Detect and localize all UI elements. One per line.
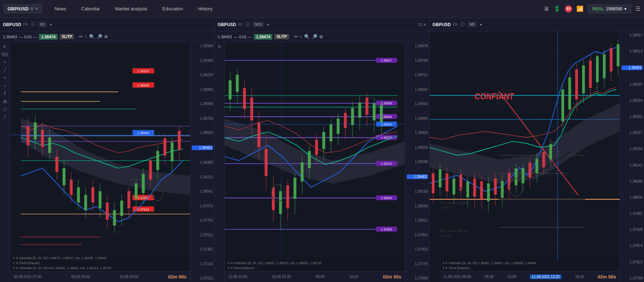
symbol-badge[interactable]: GBP/USD ⊡ ✕ bbox=[4, 4, 42, 13]
nav-market-analysis[interactable]: Market analysis bbox=[108, 3, 155, 14]
chart1-sltp-button[interactable]: SL/TP bbox=[60, 34, 74, 39]
pt2-3: 1.38721 bbox=[407, 73, 428, 77]
account-button[interactable]: REAL 1988590 ▾ bbox=[588, 5, 631, 13]
hamburger-icon[interactable]: ☰ bbox=[635, 5, 640, 12]
svg-text:TP2 - plat de SSB H4: TP2 - plat de SSB H4 bbox=[440, 229, 467, 233]
svg-text:TP1 - niveau 1.38000: TP1 - niveau 1.38000 bbox=[440, 201, 467, 205]
chart1-pen-icon[interactable]: ✏ bbox=[79, 34, 83, 39]
svg-rect-33 bbox=[34, 122, 36, 139]
chart1-ind2: ≡ ✕ Pivot [Classic] ... bbox=[13, 261, 187, 266]
chart1-zoom-out-icon[interactable]: 🔍 bbox=[89, 34, 95, 39]
symbol-icon-1[interactable]: ⊡ bbox=[30, 7, 33, 11]
chart1-body: ⊪ f(x) + ╱ ↖ ○ T ⊞ ⬡ ⤴ bbox=[0, 42, 214, 282]
svg-rect-129 bbox=[286, 185, 289, 208]
chart2-crosshair-icon[interactable]: ⊕ bbox=[319, 34, 323, 39]
lt1-arrow-icon[interactable]: ↖ bbox=[3, 75, 7, 80]
svg-text:1.38817: 1.38817 bbox=[381, 59, 392, 62]
svg-rect-153 bbox=[373, 103, 376, 120]
chart3-expand-icon[interactable]: ▾ bbox=[479, 21, 483, 28]
chart2-zoom-out-icon[interactable]: 🔍 bbox=[304, 34, 310, 39]
chart2-bars-icon[interactable]: ⫶ bbox=[300, 34, 302, 39]
lt1-measure-icon[interactable]: ⊞ bbox=[3, 99, 7, 104]
chart1-info-icon[interactable]: ⓘ bbox=[30, 21, 36, 28]
pt2-14: 1.37853 bbox=[407, 247, 428, 251]
svg-rect-221 bbox=[575, 69, 578, 99]
chart2-entry-price: 1.38474 bbox=[254, 34, 273, 40]
svg-rect-184 bbox=[445, 173, 448, 191]
chart1-interval[interactable]: H1 bbox=[38, 22, 47, 27]
svg-rect-131 bbox=[294, 178, 297, 199]
chart1-zoom-in-icon[interactable]: 🔎 bbox=[97, 34, 102, 39]
svg-rect-213 bbox=[542, 152, 545, 167]
lt1-share-icon[interactable]: ⤴ bbox=[4, 115, 6, 120]
chart3-svg: CONFIANT Sortie sur SL @12h35 SL - 7.5 p… bbox=[430, 31, 620, 271]
svg-text:@ 9h35: @ 9h35 bbox=[457, 190, 467, 194]
chart1-countdown: 02m 50s bbox=[168, 274, 186, 279]
svg-rect-41 bbox=[63, 168, 65, 185]
pt1-13: 1.37531 bbox=[192, 233, 213, 237]
chart2-change: — 0.01 — bbox=[234, 35, 252, 39]
nav-history[interactable]: History bbox=[191, 3, 220, 14]
notification-badge[interactable]: 93 bbox=[565, 5, 572, 13]
currency-icon[interactable]: 💲 bbox=[553, 5, 561, 12]
lt1-fx-icon[interactable]: f(x) bbox=[2, 52, 8, 57]
chart2-expand-icon[interactable]: ▾ bbox=[266, 21, 270, 28]
chart1-change: — 0.01 — bbox=[19, 35, 37, 39]
chart1-entry-price: 1.38474 bbox=[39, 34, 58, 40]
symbol-icon-2[interactable]: ✕ bbox=[35, 7, 38, 11]
chart-panel-1: GBPUSD FX ⓘ H1 ▾ 1.38463 — 0.01 — 1.3847… bbox=[0, 18, 215, 282]
chart1-bars-icon[interactable]: ⫶ bbox=[85, 34, 87, 39]
chart1-expand-icon[interactable]: ▾ bbox=[49, 21, 53, 28]
chart-header-2: GBPUSD FX ⓘ M15 ▾ ⊡ ✕ bbox=[215, 18, 429, 31]
chart1-crosshair-icon[interactable]: ⊕ bbox=[104, 34, 108, 39]
pt1-2: 1.39399 bbox=[192, 59, 213, 63]
svg-rect-207 bbox=[522, 168, 525, 183]
lt1-cursor-icon[interactable]: ⊪ bbox=[3, 44, 7, 49]
nav-news[interactable]: News bbox=[47, 3, 73, 14]
chart3-info-icon[interactable]: ⓘ bbox=[460, 21, 465, 28]
chart3-time2: 09:30 bbox=[485, 275, 494, 279]
pt1-8: 1.38380 bbox=[192, 160, 213, 164]
chart2-info-icon[interactable]: ⓘ bbox=[245, 21, 250, 28]
chart2-pen-icon[interactable]: ✏ bbox=[294, 34, 298, 39]
chart2-zoom-in-icon[interactable]: 🔎 bbox=[312, 34, 317, 39]
chart1-timebar: 06.08.2021 17:00 09.08 19:00 10.08 20:00… bbox=[10, 271, 190, 282]
lt1-shapes-icon[interactable]: ○ bbox=[4, 83, 6, 88]
pt3-10: 1.38034 bbox=[621, 196, 643, 199]
svg-rect-145 bbox=[344, 113, 347, 128]
wifi-icon: 📶 bbox=[576, 5, 584, 12]
lt2-cursor-icon[interactable]: ⊪ bbox=[218, 44, 221, 49]
chart1-indicators: ≡ ✕ Ichimoku [9, 26, 52] 1.38572, 1.3849… bbox=[11, 255, 189, 271]
lt1-text-icon[interactable]: T bbox=[4, 91, 6, 96]
chart2-sltp-button[interactable]: SL/TP bbox=[274, 34, 289, 39]
chart-header-3: GBPUSD FX ⓘ M5 ▾ bbox=[430, 18, 644, 31]
chart2-close-icon[interactable]: ✕ bbox=[423, 22, 426, 27]
chart2-time4: 16:30 bbox=[349, 275, 358, 279]
pt1-3: 1.39229 bbox=[192, 73, 213, 77]
chart3-time3: 13:00 bbox=[507, 275, 516, 279]
svg-rect-45 bbox=[77, 187, 80, 203]
chart3-countdown: 02m 50s bbox=[598, 274, 616, 279]
chart2-interval[interactable]: M15 bbox=[253, 22, 264, 27]
pt1-7: 1.38550 bbox=[192, 131, 213, 135]
svg-rect-55 bbox=[113, 210, 116, 226]
nav-calendar[interactable]: Calendar bbox=[74, 3, 107, 14]
pt3-14: 1.37821 bbox=[621, 260, 643, 264]
lt1-line-icon[interactable]: ╱ bbox=[4, 68, 6, 73]
chart-panel-3: GBPUSD FX ⓘ M5 ▾ bbox=[430, 18, 644, 282]
chart1-price-toolbar: 1.38463 — 0.01 — 1.38474 SL/TP ✏ ⫶ 🔍 🔎 ⊕ bbox=[0, 31, 214, 42]
svg-rect-47 bbox=[84, 195, 87, 210]
lt1-indicator-icon[interactable]: ⬡ bbox=[3, 107, 7, 112]
pt2-16: 1.37696 bbox=[407, 276, 428, 280]
pt1-16: 1.37022 bbox=[192, 276, 213, 280]
svg-rect-149 bbox=[358, 103, 361, 118]
svg-rect-192 bbox=[473, 179, 476, 197]
svg-rect-198 bbox=[494, 179, 497, 195]
chart2-fullscreen-icon[interactable]: ⊡ bbox=[418, 22, 422, 27]
chart3-interval[interactable]: M5 bbox=[468, 22, 477, 27]
nav-education[interactable]: Education bbox=[155, 3, 190, 14]
lt1-plus-icon[interactable]: + bbox=[4, 60, 6, 65]
chart1-time3: 10.08 20:00 bbox=[119, 275, 138, 279]
chart2-time2: 10.08 23:30 bbox=[272, 275, 291, 279]
monitor-icon[interactable]: 🖥 bbox=[543, 6, 549, 12]
